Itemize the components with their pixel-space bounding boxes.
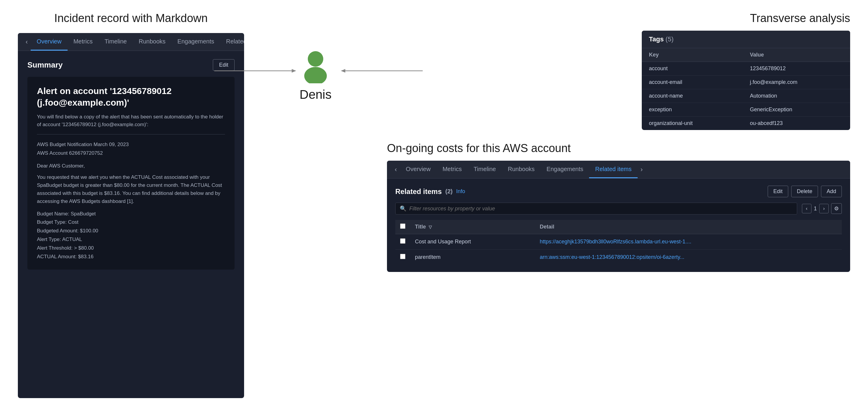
col-title-text: Title — [415, 224, 426, 230]
tab-engagements[interactable]: Engagements — [172, 33, 220, 51]
settings-btn[interactable]: ⚙ — [831, 203, 842, 214]
related-tab-prev-btn[interactable]: ‹ — [392, 164, 400, 175]
select-all-checkbox[interactable] — [400, 223, 405, 229]
row-link[interactable]: arn:aws:ssm:eu-west-1:1234567890012:opsi… — [540, 254, 684, 260]
info-line-1: AWS Budget Notification March 09, 2023 — [37, 140, 225, 149]
col-title-header: Title ▽ — [410, 220, 535, 234]
table-row: account-name Automation — [642, 89, 850, 103]
related-delete-btn[interactable]: Delete — [791, 186, 818, 197]
info-block: AWS Budget Notification March 09, 2023 A… — [37, 140, 225, 158]
incident-panel: ‹ Overview Metrics Timeline Runbooks Eng… — [18, 33, 244, 398]
table-row: account 123456789012 — [642, 62, 850, 75]
pagination: ‹ 1 › ⚙ — [802, 203, 842, 214]
related-tab-related-items[interactable]: Related items — [589, 161, 637, 178]
col-detail-header: Detail — [535, 220, 842, 234]
row-detail: arn:aws:ssm:eu-west-1:1234567890012:opsi… — [535, 250, 842, 265]
incident-section-title: Incident record with Markdown — [18, 12, 244, 25]
ongoing-section: On-going costs for this AWS account ‹ Ov… — [387, 142, 850, 272]
action-btns: Edit Delete Add — [768, 186, 842, 197]
tab-prev-btn[interactable]: ‹ — [23, 37, 31, 47]
filter-input-wrapper: 🔍 — [395, 202, 797, 215]
related-tab-next-btn[interactable]: › — [638, 164, 646, 175]
detail-line-1: Budget Name: SpaBudget — [37, 210, 225, 218]
tag-value: j.foo@example.com — [743, 75, 850, 89]
tag-value: 123456789012 — [743, 62, 850, 75]
tag-key: account-email — [642, 75, 743, 89]
related-header-row: Related items (2) Info Edit Delete Add — [395, 186, 842, 197]
tag-key: organizational-unit — [642, 117, 743, 130]
row-checkbox[interactable] — [400, 238, 405, 244]
page-next-btn[interactable]: › — [819, 204, 829, 213]
related-tab-timeline[interactable]: Timeline — [468, 161, 502, 178]
tag-value: Automation — [743, 89, 850, 103]
summary-header: Summary Edit — [27, 59, 235, 71]
tags-title-text: Tags — [649, 35, 664, 43]
divider — [37, 134, 225, 134]
avatar-icon — [298, 48, 333, 83]
list-item: parentItem arn:aws:ssm:eu-west-1:1234567… — [395, 250, 842, 265]
detail-line-3: Budgeted Amount: $100.00 — [37, 227, 225, 235]
tab-metrics[interactable]: Metrics — [68, 33, 98, 51]
transverse-section: Transverse analysis Tags (5) Key Value — [387, 12, 850, 130]
tab-runbooks[interactable]: Runbooks — [133, 33, 172, 51]
svg-point-6 — [308, 51, 323, 67]
tag-key: exception — [642, 103, 743, 117]
detail-line-5: Alert Threshold: > $80.00 — [37, 244, 225, 253]
tags-title: Tags (5) — [649, 35, 674, 43]
related-tab-metrics[interactable]: Metrics — [437, 161, 468, 178]
related-tab-runbooks[interactable]: Runbooks — [502, 161, 540, 178]
right-column: Transverse analysis Tags (5) Key Value — [387, 12, 850, 398]
related-title-text: Related items — [395, 187, 442, 196]
tag-value: ou-abcedf123 — [743, 117, 850, 130]
table-row: account-email j.foo@example.com — [642, 75, 850, 89]
row-link[interactable]: https://aceghjk13579bdh3ll0woRlfzs6cs.la… — [540, 239, 691, 245]
tag-key: account — [642, 62, 743, 75]
row-checkbox[interactable] — [400, 254, 405, 259]
detail-line-2: Budget Type: Cost — [37, 218, 225, 227]
body-text: You requested that we alert you when the… — [37, 173, 225, 206]
related-tab-bar: ‹ Overview Metrics Timeline Runbooks Eng… — [387, 161, 850, 179]
filter-row: 🔍 ‹ 1 › ⚙ — [395, 202, 842, 215]
related-edit-btn[interactable]: Edit — [768, 186, 788, 197]
list-item: Cost and Usage Report https://aceghjk135… — [395, 234, 842, 250]
related-info-label: Info — [456, 188, 465, 195]
incident-panel-content: Summary Edit Alert on account '123456789… — [18, 51, 244, 278]
table-row: exception GenericException — [642, 103, 850, 117]
svg-point-7 — [304, 67, 327, 83]
related-tab-overview[interactable]: Overview — [400, 161, 436, 178]
related-add-btn[interactable]: Add — [821, 186, 842, 197]
row-title: Cost and Usage Report — [410, 234, 535, 250]
sort-icon: ▽ — [429, 225, 432, 229]
detail-block: Budget Name: SpaBudget Budget Type: Cost… — [37, 210, 225, 261]
tab-overview[interactable]: Overview — [31, 33, 67, 51]
related-tab-engagements[interactable]: Engagements — [540, 161, 589, 178]
tags-count: (5) — [665, 35, 674, 43]
user-avatar-area: Denis — [298, 48, 333, 102]
tags-table: Key Value account 123456789012 account-e… — [642, 48, 850, 130]
info-line-2: AWS Account 626679720752 — [37, 149, 225, 158]
row-checkbox-cell — [395, 234, 410, 250]
tab-timeline[interactable]: Timeline — [98, 33, 133, 51]
filter-input[interactable] — [409, 206, 793, 212]
row-detail: https://aceghjk13579bdh3ll0woRlfzs6cs.la… — [535, 234, 842, 250]
related-table: Title ▽ Detail Cost and Usage Report htt… — [395, 220, 842, 265]
summary-title: Summary — [27, 60, 63, 70]
incident-section: Incident record with Markdown ‹ Overview… — [18, 12, 244, 398]
detail-line-4: Alert Type: ACTUAL — [37, 235, 225, 244]
related-panel: ‹ Overview Metrics Timeline Runbooks Eng… — [387, 161, 850, 272]
dear-text: Dear AWS Customer, — [37, 163, 225, 169]
svg-marker-3 — [341, 69, 345, 72]
page-number: 1 — [814, 206, 817, 212]
tab-related-items[interactable]: Related items — [220, 33, 244, 51]
tags-header: Tags (5) — [642, 31, 850, 48]
related-items-title: Related items (2) Info — [395, 187, 465, 196]
alert-description: You will find below a copy of the alert … — [37, 113, 225, 128]
tags-panel: Tags (5) Key Value account 123456789012 — [642, 31, 850, 130]
tag-key: account-name — [642, 89, 743, 103]
col-value-header: Value — [743, 48, 850, 62]
page-prev-btn[interactable]: ‹ — [802, 204, 811, 213]
col-key-header: Key — [642, 48, 743, 62]
middle-section: Denis — [262, 12, 369, 398]
table-row: organizational-unit ou-abcedf123 — [642, 117, 850, 130]
related-count: (2) — [445, 188, 453, 195]
